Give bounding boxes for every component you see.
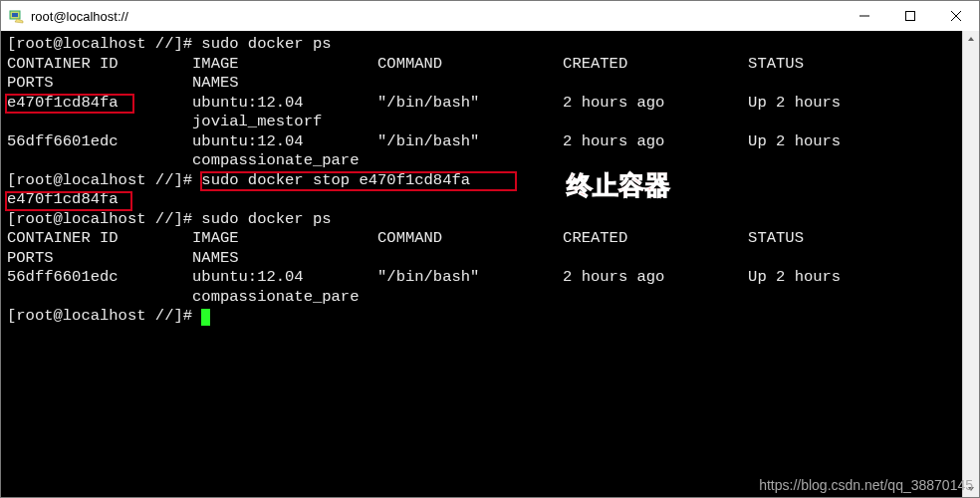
close-button[interactable] — [933, 1, 979, 31]
scrollbar-vertical[interactable] — [962, 31, 979, 497]
terminal-content: [root@localhost //]# sudo docker ps CONT… — [1, 31, 979, 327]
terminal-area[interactable]: [root@localhost //]# sudo docker ps CONT… — [1, 31, 979, 497]
minimize-button[interactable] — [842, 1, 887, 31]
scroll-up-button[interactable] — [963, 31, 979, 47]
scrollbar-track[interactable] — [963, 47, 979, 481]
terminal-cursor — [201, 309, 210, 326]
putty-icon — [9, 8, 25, 24]
watermark-text: https://blog.csdn.net/qq_38870145 — [759, 477, 973, 493]
title-bar[interactable]: root@localhost:// — [1, 1, 979, 32]
maximize-button[interactable] — [887, 1, 933, 31]
window-frame: root@localhost:// [root@localhost //]# s… — [0, 0, 980, 498]
window-title: root@localhost:// — [31, 9, 128, 24]
svg-rect-1 — [12, 13, 18, 17]
svg-rect-3 — [906, 12, 915, 21]
